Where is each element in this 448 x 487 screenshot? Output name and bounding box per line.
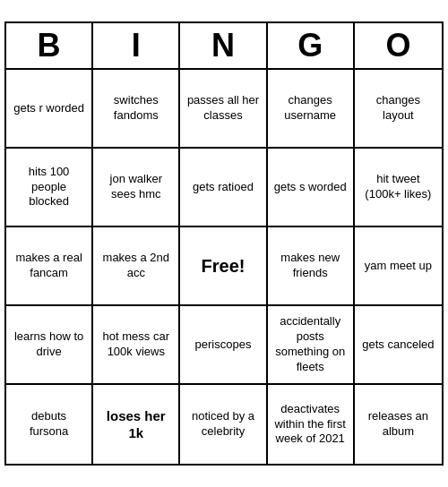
bingo-cell-17: periscopes <box>180 306 267 385</box>
bingo-cell-1: switches fandoms <box>93 70 180 149</box>
bingo-cell-5: hits 100 people blocked <box>6 149 93 227</box>
bingo-cell-3: changes username <box>268 70 355 149</box>
bingo-header: BINGO <box>6 23 442 70</box>
bingo-cell-9: hit tweet (100k+ likes) <box>355 149 442 227</box>
bingo-cell-6: jon walker sees hmc <box>93 149 180 227</box>
bingo-grid: gets r wordedswitches fandomspasses all … <box>6 70 442 464</box>
bingo-cell-8: gets s worded <box>268 149 355 227</box>
bingo-cell-16: hot mess car 100k views <box>93 306 180 385</box>
bingo-cell-7: gets ratioed <box>180 149 267 227</box>
bingo-cell-19: gets canceled <box>355 306 442 385</box>
bingo-cell-21: loses her 1k <box>93 385 180 464</box>
bingo-cell-2: passes all her classes <box>180 70 267 149</box>
bingo-cell-14: yam meet up <box>355 227 442 306</box>
bingo-cell-20: debuts fursona <box>6 385 93 464</box>
bingo-cell-0: gets r worded <box>6 70 93 149</box>
bingo-letter-i: I <box>93 23 180 68</box>
bingo-cell-11: makes a 2nd acc <box>93 227 180 306</box>
bingo-letter-n: N <box>180 23 267 68</box>
bingo-letter-o: O <box>355 23 442 68</box>
bingo-letter-g: G <box>268 23 355 68</box>
free-space: Free! <box>180 227 267 306</box>
bingo-cell-10: makes a real fancam <box>6 227 93 306</box>
bingo-cell-22: noticed by a celebrity <box>180 385 267 464</box>
bingo-cell-18: accidentally posts something on fleets <box>268 306 355 385</box>
bingo-cell-4: changes layout <box>355 70 442 149</box>
bingo-letter-b: B <box>6 23 93 68</box>
bingo-cell-24: releases an album <box>355 385 442 464</box>
bingo-cell-15: learns how to drive <box>6 306 93 385</box>
bingo-cell-13: makes new friends <box>268 227 355 306</box>
bingo-cell-23: deactivates within the first week of 202… <box>268 385 355 464</box>
bingo-card: BINGO gets r wordedswitches fandomspasse… <box>4 21 444 466</box>
